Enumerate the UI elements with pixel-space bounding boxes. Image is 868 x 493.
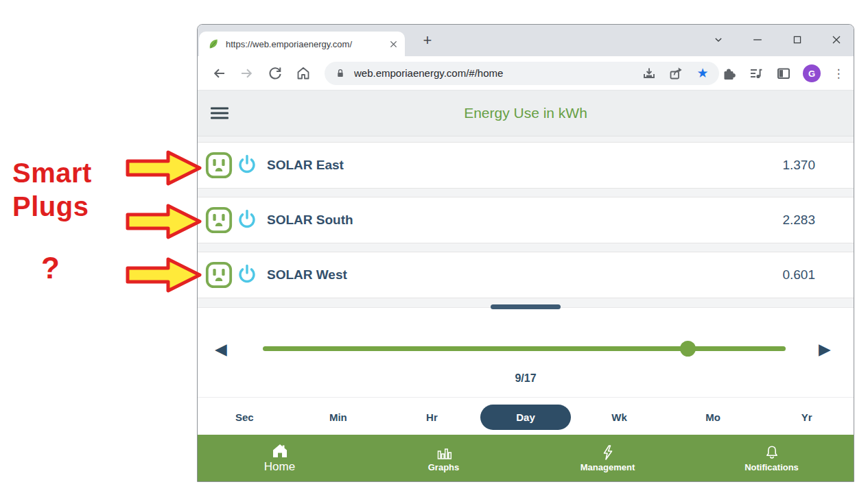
nav-label: Home [264,460,295,474]
date-slider-track[interactable] [263,346,786,351]
power-toggle-icon[interactable] [237,154,257,177]
toolbar-right-icons: G ⋮ [720,56,845,91]
url-text[interactable]: web.emporiaenergy.com/#/home [354,67,631,79]
slider-prev-icon[interactable]: ◀ [215,341,227,357]
device-name[interactable]: SOLAR West [267,267,347,282]
question-mark-annotation: ? [41,251,60,285]
device-row[interactable]: SOLAR West 0.601 [198,252,854,298]
annotation-line2: Plugs [12,191,89,221]
device-row[interactable]: SOLAR East 1.370 [198,142,854,189]
device-name[interactable]: SOLAR South [267,213,353,228]
slider-next-icon[interactable]: ▶ [819,341,831,357]
scale-mo[interactable]: Mo [705,411,720,423]
share-icon[interactable] [668,65,684,82]
app-content: SOLAR East 1.370 SOLAR South 2.28 [198,136,854,435]
reload-icon[interactable] [267,65,283,82]
lightning-icon [600,444,616,461]
annotation-arrow-icon [126,150,202,186]
window-close-button[interactable] [826,29,847,50]
profile-avatar[interactable]: G [803,64,821,82]
annotation-arrow-icon [126,204,202,239]
side-panel-icon[interactable] [775,65,792,82]
scale-hr[interactable]: Hr [426,411,438,423]
back-icon[interactable] [211,65,227,82]
scale-wk[interactable]: Wk [611,411,627,423]
device-value: 0.601 [782,267,815,282]
bar-chart-icon [436,444,452,461]
forward-icon[interactable] [239,65,255,82]
nav-home[interactable]: Home [198,435,362,481]
address-bar[interactable]: web.emporiaenergy.com/#/home ★ [325,62,719,85]
power-toggle-icon[interactable] [237,208,257,232]
nav-graphs[interactable]: Graphs [362,435,526,481]
page-title: Energy Use in kWh [198,105,854,121]
outlet-icon[interactable] [204,261,233,289]
drag-handle[interactable] [491,304,561,309]
outlet-icon[interactable] [204,206,233,235]
smart-plugs-annotation: SmartPlugs [12,156,92,224]
bell-icon [764,444,780,461]
nav-label: Graphs [428,462,460,472]
extensions-puzzle-icon[interactable] [720,65,737,82]
scale-yr[interactable]: Yr [801,411,812,423]
nav-label: Notifications [744,462,799,472]
scale-min[interactable]: Min [329,411,347,423]
download-icon[interactable] [641,65,657,82]
browser-menu-icon[interactable]: ⋮ [832,67,845,81]
browser-tab[interactable]: https://web.emporiaenergy.com/ [199,32,405,56]
time-scale-selector: Sec Min Hr Day Wk Mo Yr [198,402,854,431]
bookmark-star-icon[interactable]: ★ [694,65,711,82]
date-slider-thumb[interactable] [680,341,696,357]
browser-home-icon[interactable] [295,65,312,82]
nav-label: Management [580,462,635,472]
new-tab-button[interactable]: + [417,30,438,51]
app-header: Energy Use in kWh [198,91,854,136]
tab-strip: https://web.emporiaenergy.com/ + [198,25,854,56]
outlet-icon[interactable] [204,151,233,180]
window-maximize-button[interactable] [787,29,808,50]
media-controls-icon[interactable] [748,65,764,82]
date-label: 9/17 [198,372,854,385]
scale-sec[interactable]: Sec [235,411,254,423]
annotation-arrow-icon [126,257,202,293]
device-row[interactable]: SOLAR South 2.283 [198,197,854,243]
device-value: 1.370 [782,158,815,173]
annotation-line1: Smart [12,158,92,188]
tab-close-icon[interactable] [387,38,399,50]
device-name[interactable]: SOLAR East [267,158,344,173]
screenshot-root: SmartPlugs ? https://web.emporiaenergy.c… [0,0,868,493]
scale-day-selected[interactable]: Day [480,405,572,430]
browser-toolbar: web.emporiaenergy.com/#/home ★ [198,56,854,91]
tab-title: https://web.emporiaenergy.com/ [226,39,381,49]
nav-notifications[interactable]: Notifications [690,435,854,481]
bottom-nav: Home Graphs Management [198,435,854,481]
lock-icon[interactable] [334,67,347,80]
nav-management[interactable]: Management [526,435,690,481]
divider [198,397,854,398]
power-toggle-icon[interactable] [237,263,257,287]
window-minimize-button[interactable] [747,29,768,50]
home-icon [271,442,289,459]
browser-window: https://web.emporiaenergy.com/ + [197,24,854,482]
device-value: 2.283 [782,213,815,228]
tab-search-chevron-icon[interactable] [708,29,729,50]
leaf-favicon-icon [207,38,220,50]
